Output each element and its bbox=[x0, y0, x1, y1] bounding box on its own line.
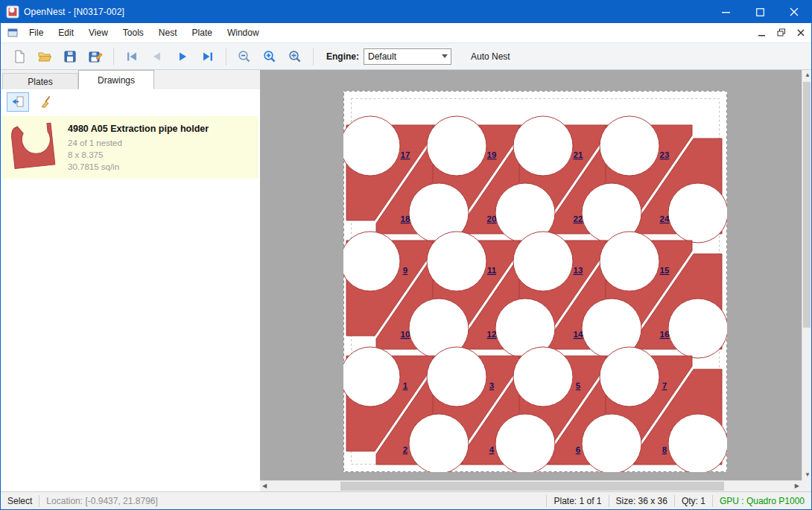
engine-value: Default bbox=[364, 51, 439, 62]
close-button[interactable] bbox=[777, 1, 811, 23]
part-number[interactable]: 12 bbox=[487, 330, 497, 339]
part-number[interactable]: 14 bbox=[574, 330, 583, 339]
part-notch bbox=[513, 116, 573, 176]
menu-item-window[interactable]: Window bbox=[220, 25, 267, 41]
vertical-scrollbar[interactable]: ▲ ▼ bbox=[802, 70, 811, 480]
status-mode: Select bbox=[1, 496, 39, 506]
part-number[interactable]: 5 bbox=[576, 381, 581, 390]
maximize-button[interactable] bbox=[743, 1, 777, 23]
menu-item-nest[interactable]: Nest bbox=[151, 25, 185, 41]
save-as-button[interactable] bbox=[83, 45, 108, 68]
scroll-left-icon[interactable]: ◀ bbox=[262, 483, 267, 489]
part-notch bbox=[427, 347, 486, 407]
horizontal-scroll-thumb[interactable] bbox=[340, 482, 724, 491]
toolbar-separator bbox=[226, 48, 226, 66]
menu-item-edit[interactable]: Edit bbox=[51, 25, 81, 41]
save-floppy-icon bbox=[63, 49, 77, 64]
minimize-button[interactable] bbox=[708, 1, 743, 23]
menu-item-plate[interactable]: Plate bbox=[185, 25, 220, 41]
broom-icon bbox=[39, 95, 54, 109]
menu-item-file[interactable]: File bbox=[22, 25, 51, 41]
part-number[interactable]: 21 bbox=[574, 150, 583, 159]
part-number[interactable]: 9 bbox=[403, 266, 407, 275]
part-number[interactable]: 11 bbox=[487, 266, 497, 275]
menu-item-tools[interactable]: Tools bbox=[115, 25, 151, 41]
part-notch bbox=[582, 414, 641, 472]
return-drawing-button[interactable] bbox=[7, 92, 29, 112]
status-location: Location: [-0.9437, 21.8796] bbox=[39, 496, 164, 506]
part-notch bbox=[668, 183, 727, 243]
vertical-scroll-thumb[interactable] bbox=[803, 82, 811, 328]
part-number[interactable]: 13 bbox=[574, 266, 583, 275]
open-folder-icon bbox=[37, 49, 52, 64]
part-notch bbox=[495, 414, 555, 472]
next-plate-button[interactable] bbox=[170, 45, 195, 68]
drawing-area: 30.7815 sq/in bbox=[68, 161, 209, 173]
save-button[interactable] bbox=[57, 45, 83, 68]
part-number[interactable]: 16 bbox=[660, 330, 670, 339]
part-number[interactable]: 3 bbox=[489, 381, 494, 390]
document-window-icon bbox=[7, 27, 19, 39]
drawing-list-item[interactable]: 4980 A05 Extraction pipe holder 24 of 1 … bbox=[2, 116, 258, 179]
part-number[interactable]: 18 bbox=[401, 214, 410, 223]
part-notch bbox=[409, 414, 469, 472]
mdi-minimize-button[interactable] bbox=[753, 25, 771, 40]
previous-plate-button[interactable] bbox=[145, 45, 170, 68]
zoom-out-icon bbox=[237, 49, 252, 64]
mdi-minimize-icon bbox=[758, 28, 767, 37]
part-number[interactable]: 15 bbox=[660, 266, 670, 275]
first-plate-icon bbox=[124, 49, 139, 64]
close-icon bbox=[790, 7, 799, 16]
nest-plate[interactable]: 171819202122232491011121314151612345678 bbox=[343, 91, 727, 472]
part-number[interactable]: 24 bbox=[660, 214, 670, 223]
part-notch bbox=[427, 116, 486, 176]
tab-plates[interactable]: Plates bbox=[2, 73, 78, 89]
scrollbar-corner bbox=[802, 480, 811, 491]
horizontal-scrollbar[interactable]: ◀ ▶ bbox=[260, 480, 802, 491]
part-number[interactable]: 8 bbox=[662, 445, 667, 454]
zoom-in-icon bbox=[262, 49, 277, 64]
next-plate-icon bbox=[175, 49, 190, 64]
zoom-in-button[interactable] bbox=[257, 45, 282, 68]
drawing-dimensions: 8 x 8.375 bbox=[68, 149, 209, 161]
part-number[interactable]: 22 bbox=[574, 214, 583, 223]
open-button[interactable] bbox=[32, 45, 57, 68]
menu-items: FileEditViewToolsNestPlateWindow bbox=[22, 25, 267, 41]
part-number[interactable]: 7 bbox=[662, 381, 667, 390]
last-plate-button[interactable] bbox=[195, 45, 221, 68]
mdi-restore-button[interactable] bbox=[773, 25, 790, 40]
part-number[interactable]: 10 bbox=[401, 330, 410, 339]
part-number[interactable]: 23 bbox=[660, 150, 670, 159]
part-notch bbox=[668, 414, 727, 472]
part-notch bbox=[668, 299, 727, 358]
toolbar-separator bbox=[313, 48, 314, 66]
nest-canvas[interactable]: 171819202122232491011121314151612345678 … bbox=[260, 70, 811, 491]
part-number[interactable]: 4 bbox=[489, 445, 495, 454]
new-button[interactable] bbox=[7, 45, 32, 68]
zoom-out-button[interactable] bbox=[232, 45, 257, 68]
tab-drawings[interactable]: Drawings bbox=[78, 70, 154, 89]
drawing-title: 4980 A05 Extraction pipe holder bbox=[68, 124, 209, 134]
window-title: OpenNest - [N0317-002] bbox=[24, 7, 124, 17]
scroll-up-icon[interactable]: ▲ bbox=[805, 72, 811, 78]
first-plate-button[interactable] bbox=[119, 45, 145, 68]
menu-item-view[interactable]: View bbox=[81, 25, 115, 41]
drawings-list-empty-area bbox=[1, 179, 260, 491]
scroll-down-icon[interactable]: ▼ bbox=[805, 472, 811, 478]
part-number[interactable]: 19 bbox=[487, 150, 497, 159]
part-number[interactable]: 1 bbox=[403, 381, 408, 390]
mdi-close-button[interactable] bbox=[792, 25, 810, 40]
drawing-nested-count: 24 of 1 nested bbox=[68, 137, 209, 149]
engine-select[interactable]: Default bbox=[364, 48, 451, 65]
chevron-down-icon[interactable] bbox=[439, 54, 451, 58]
zoom-fit-button[interactable] bbox=[282, 45, 308, 68]
auto-nest-button[interactable]: Auto Nest bbox=[465, 48, 516, 66]
part-number[interactable]: 17 bbox=[401, 150, 410, 159]
part-number[interactable]: 20 bbox=[487, 214, 497, 223]
part-notch bbox=[343, 116, 400, 176]
clear-broom-button[interactable] bbox=[35, 92, 57, 112]
scroll-right-icon[interactable]: ▶ bbox=[795, 483, 799, 489]
part-number[interactable]: 2 bbox=[403, 445, 407, 454]
part-number[interactable]: 6 bbox=[576, 445, 580, 454]
previous-plate-icon bbox=[150, 49, 165, 64]
